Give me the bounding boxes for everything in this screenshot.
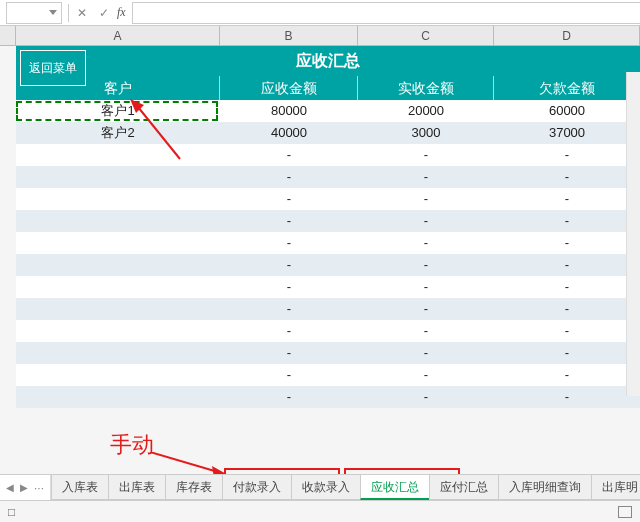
page-title: 应收汇总	[296, 52, 360, 69]
cell-customer	[16, 364, 220, 386]
cell-received: -	[358, 364, 494, 386]
cell-received: -	[358, 188, 494, 210]
formula-bar: ✕ ✓ fx	[0, 0, 640, 26]
cell-customer	[16, 188, 220, 210]
tab-more-icon[interactable]: ···	[34, 481, 44, 495]
tabs: 入库表出库表库存表付款录入收款录入应收汇总应付汇总入库明细查询出库明	[51, 475, 640, 500]
col-header-b[interactable]: B	[220, 26, 358, 45]
cell-receivable: -	[220, 386, 358, 408]
table-row[interactable]: ---	[16, 386, 640, 408]
th-receivable: 应收金额	[220, 76, 358, 100]
select-all-corner[interactable]	[0, 26, 16, 45]
cell-customer	[16, 254, 220, 276]
table-row[interactable]: ---	[16, 276, 640, 298]
table-row[interactable]: 客户240000300037000	[16, 122, 640, 144]
cell-received: -	[358, 386, 494, 408]
cell-customer	[16, 320, 220, 342]
cell-owed: -	[494, 254, 640, 276]
table-row[interactable]: ---	[16, 166, 640, 188]
table-row[interactable]: ---	[16, 298, 640, 320]
cell-owed: -	[494, 342, 640, 364]
sheet-tab[interactable]: 出库明	[591, 475, 640, 500]
column-headers: A B C D	[0, 26, 640, 46]
table-row[interactable]: ---	[16, 188, 640, 210]
col-header-a[interactable]: A	[16, 26, 220, 45]
sheet-tab[interactable]: 应付汇总	[429, 475, 499, 500]
cell-customer	[16, 342, 220, 364]
cell-owed: -	[494, 276, 640, 298]
table-header-row: 客户 应收金额 实收金额 欠款金额	[16, 76, 640, 100]
cell-receivable: -	[220, 342, 358, 364]
sheet-tab[interactable]: 出库表	[108, 475, 166, 500]
cell-received: -	[358, 232, 494, 254]
cell-customer	[16, 386, 220, 408]
cell-receivable: -	[220, 320, 358, 342]
sheet-tab[interactable]: 入库明细查询	[498, 475, 592, 500]
svg-line-2	[150, 452, 218, 472]
cell-customer: 客户2	[16, 122, 220, 144]
annotation-label: 手动	[110, 430, 154, 460]
cell-received: 20000	[358, 100, 494, 122]
view-normal-icon[interactable]	[618, 506, 632, 518]
table-row[interactable]: ---	[16, 320, 640, 342]
cell-received: -	[358, 166, 494, 188]
cell-owed: -	[494, 188, 640, 210]
th-owed: 欠款金额	[494, 76, 640, 100]
sheet-tab[interactable]: 库存表	[165, 475, 223, 500]
chevron-down-icon[interactable]	[49, 10, 57, 15]
table-row[interactable]: ---	[16, 144, 640, 166]
fx-icon[interactable]: fx	[117, 5, 126, 20]
content: 返回菜单 应收汇总 客户 应收金额 实收金额 欠款金额 客户1800002000…	[16, 46, 640, 408]
confirm-icon[interactable]: ✓	[93, 6, 115, 20]
cell-owed: 37000	[494, 122, 640, 144]
cell-owed: 60000	[494, 100, 640, 122]
sheet-tab-strip: ◀ ▶ ··· 入库表出库表库存表付款录入收款录入应收汇总应付汇总入库明细查询出…	[0, 474, 640, 500]
cell-receivable: -	[220, 232, 358, 254]
cell-owed: -	[494, 364, 640, 386]
cell-received: -	[358, 276, 494, 298]
cell-customer	[16, 144, 220, 166]
cell-received: -	[358, 320, 494, 342]
status-bar: □	[0, 500, 640, 522]
col-header-c[interactable]: C	[358, 26, 494, 45]
sheet-tab[interactable]: 收款录入	[291, 475, 361, 500]
cell-owed: -	[494, 298, 640, 320]
cell-customer	[16, 232, 220, 254]
cell-receivable: 80000	[220, 100, 358, 122]
cell-owed: -	[494, 386, 640, 408]
cell-receivable: -	[220, 166, 358, 188]
sheet-tab[interactable]: 付款录入	[222, 475, 292, 500]
cell-owed: -	[494, 320, 640, 342]
name-box[interactable]	[6, 2, 62, 24]
formula-input[interactable]	[132, 2, 640, 24]
cell-received: -	[358, 144, 494, 166]
cancel-icon[interactable]: ✕	[71, 6, 93, 20]
cell-owed: -	[494, 144, 640, 166]
status-left-icon: □	[8, 505, 15, 519]
cell-customer	[16, 166, 220, 188]
table-row[interactable]: ---	[16, 254, 640, 276]
table-row[interactable]: ---	[16, 342, 640, 364]
table-row[interactable]: ---	[16, 232, 640, 254]
cell-receivable: -	[220, 188, 358, 210]
table-row[interactable]: ---	[16, 364, 640, 386]
sheet-tab[interactable]: 入库表	[51, 475, 109, 500]
cell-receivable: -	[220, 276, 358, 298]
return-menu-button[interactable]: 返回菜单	[20, 50, 86, 86]
cell-receivable: -	[220, 210, 358, 232]
sheet-tab[interactable]: 应收汇总	[360, 475, 430, 500]
vertical-scrollbar[interactable]	[626, 72, 640, 396]
cell-customer	[16, 298, 220, 320]
tab-next-icon[interactable]: ▶	[20, 482, 28, 493]
table-row[interactable]: ---	[16, 210, 640, 232]
title-row: 返回菜单 应收汇总	[16, 46, 640, 76]
col-header-d[interactable]: D	[494, 26, 640, 45]
tab-prev-icon[interactable]: ◀	[6, 482, 14, 493]
cell-received: -	[358, 342, 494, 364]
divider	[68, 4, 69, 22]
table-row[interactable]: 客户1800002000060000	[16, 100, 640, 122]
cell-receivable: -	[220, 254, 358, 276]
cell-received: -	[358, 298, 494, 320]
cell-owed: -	[494, 232, 640, 254]
cell-receivable: -	[220, 364, 358, 386]
